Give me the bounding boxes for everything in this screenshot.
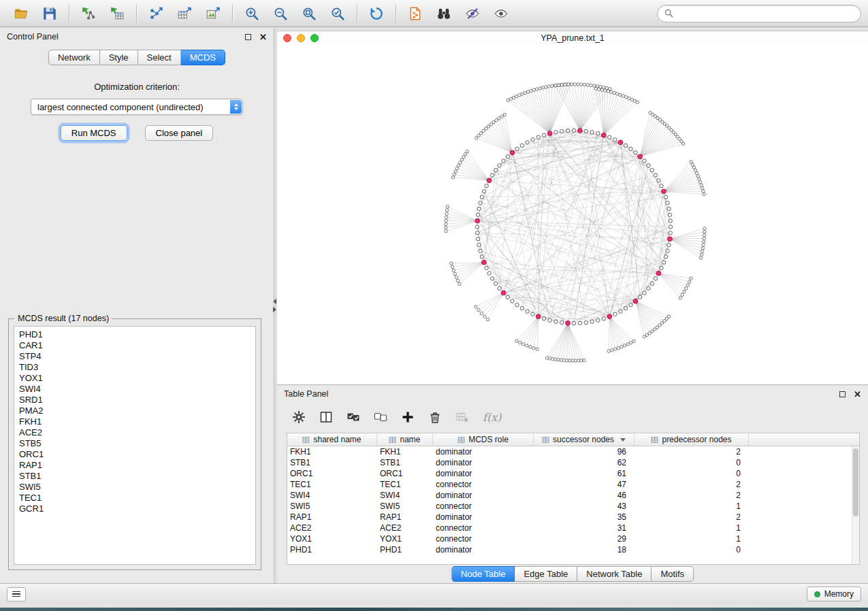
search-input[interactable] (677, 8, 854, 18)
search-field[interactable] (657, 5, 861, 22)
select-all-button[interactable] (347, 410, 360, 424)
criterion-dropdown[interactable]: largest connected component (undirected) (31, 99, 243, 115)
import-network-button[interactable] (74, 3, 103, 24)
add-column-button[interactable] (401, 410, 415, 424)
deselect-all-button[interactable] (374, 410, 387, 424)
table-tab-network-table[interactable]: Network Table (577, 566, 652, 582)
zoom-in-button[interactable] (238, 3, 266, 24)
import-table-icon (110, 6, 125, 21)
column-header-successor-nodes[interactable]: successor nodes (534, 433, 634, 446)
result-node[interactable]: SWI4 (14, 384, 255, 395)
table-row[interactable]: PHD1PHD1dominator180 (287, 544, 852, 555)
table-panel: Table Panel ✕ (277, 384, 868, 587)
table-cell: ORC1 (287, 469, 377, 478)
apply-layout-button[interactable] (362, 3, 391, 24)
table-header-row: shared namenameMCDS rolesuccessor nodesp… (287, 433, 859, 446)
close-table-panel-icon[interactable]: ✕ (854, 390, 861, 399)
zoom-selected-button[interactable] (323, 3, 352, 24)
table-row[interactable]: STB1STB1dominator620 (287, 457, 852, 468)
column-header-icon (542, 436, 549, 444)
mcds-result-list[interactable]: PHD1CAR1STP4TID3YOX1SWI4SRD1PMA2FKH1ACE2… (14, 326, 256, 565)
table-row[interactable]: SWI4SWI4dominator462 (287, 490, 852, 501)
table-row[interactable]: RAP1RAP1dominator352 (287, 512, 852, 523)
run-mcds-button[interactable]: Run MCDS (61, 125, 127, 141)
toolbar-separator (69, 5, 69, 22)
hide-graphics-button[interactable] (458, 3, 487, 24)
result-node[interactable]: PHD1 (14, 329, 255, 340)
result-node[interactable]: SWI5 (14, 482, 255, 493)
table-cell: PHD1 (287, 545, 377, 555)
open-session-button[interactable] (7, 3, 35, 24)
network-titlebar[interactable]: YPA_prune.txt_1 (277, 31, 868, 45)
export-table-button[interactable] (170, 3, 199, 24)
zoom-out-button[interactable] (266, 3, 295, 24)
table-row[interactable]: ORC1ORC1dominator610 (287, 468, 852, 479)
result-node[interactable]: RAP1 (14, 460, 255, 471)
table-tab-edge-table[interactable]: Edge Table (515, 566, 577, 582)
delete-table-button-disabled[interactable] (455, 410, 469, 424)
save-session-button[interactable] (35, 3, 64, 24)
table-cell: FKH1 (377, 447, 433, 457)
tab-select[interactable]: Select (138, 50, 181, 65)
result-node[interactable]: STP4 (14, 351, 255, 362)
find-button[interactable] (430, 3, 458, 24)
export-image-button[interactable] (199, 3, 227, 24)
result-node[interactable]: TID3 (14, 362, 255, 373)
table-row[interactable]: TEC1TEC1connector472 (287, 479, 852, 490)
show-graphics-button[interactable] (487, 3, 515, 24)
result-node[interactable]: YOX1 (14, 373, 255, 384)
tab-mcds[interactable]: MCDS (181, 50, 225, 65)
scrollbar-thumb[interactable] (853, 448, 858, 516)
status-bar: Memory (0, 583, 868, 604)
window-minimize-icon[interactable] (297, 34, 305, 42)
table-tab-motifs[interactable]: Motifs (652, 566, 694, 582)
import-table-button[interactable] (103, 3, 131, 24)
result-node[interactable]: TEC1 (14, 493, 255, 503)
column-header-icon (302, 436, 310, 444)
column-header-shared-name[interactable]: shared name (287, 433, 377, 446)
zoom-fit-button[interactable] (295, 3, 323, 24)
result-node[interactable]: CAR1 (14, 340, 255, 351)
delete-column-button[interactable] (428, 410, 442, 424)
close-panel-button[interactable]: Close panel (145, 125, 214, 141)
table-settings-button[interactable] (292, 410, 306, 424)
tab-network[interactable]: Network (48, 50, 100, 65)
network-graph[interactable] (277, 45, 868, 384)
table-cell: 47 (534, 480, 634, 489)
result-node[interactable]: PMA2 (14, 406, 255, 416)
show-columns-button[interactable] (319, 410, 333, 424)
table-row[interactable]: YOX1YOX1connector291 (287, 533, 852, 544)
annotation-button[interactable] (401, 3, 430, 24)
column-header-predecessor-nodes[interactable]: predecessor nodes (634, 433, 749, 446)
table-tabs: Node TableEdge TableNetwork TableMotifs (277, 566, 868, 582)
result-node[interactable]: ORC1 (14, 449, 255, 460)
column-header-MCDS-role[interactable]: MCDS role (433, 433, 534, 446)
table-tab-node-table[interactable]: Node Table (451, 566, 515, 582)
gear-icon (292, 410, 306, 424)
memory-button[interactable]: Memory (807, 587, 861, 601)
tab-style[interactable]: Style (100, 50, 138, 65)
export-network-button[interactable] (142, 3, 170, 24)
window-close-icon[interactable] (283, 34, 291, 42)
float-table-panel-icon[interactable] (839, 391, 846, 397)
table-row[interactable]: FKH1FKH1dominator962 (287, 446, 852, 457)
column-header-name[interactable]: name (377, 433, 433, 446)
table-scrollbar[interactable] (852, 446, 859, 564)
close-panel-icon[interactable]: ✕ (259, 33, 267, 42)
result-node[interactable]: ACE2 (14, 427, 255, 438)
table-row[interactable]: ACE2ACE2connector311 (287, 523, 852, 533)
toolbar-separator (396, 5, 396, 22)
panel-menu-button[interactable] (7, 587, 26, 601)
network-canvas[interactable] (277, 45, 868, 384)
function-builder-button[interactable]: f(x) (483, 411, 501, 424)
result-node[interactable]: STB5 (14, 438, 255, 449)
result-node[interactable]: GCR1 (14, 503, 255, 514)
criterion-selected-value: largest connected component (undirected) (37, 102, 204, 112)
result-node[interactable]: SRD1 (14, 395, 255, 406)
table-row[interactable]: SWI5SWI5connector431 (287, 501, 852, 512)
result-node[interactable]: STB1 (14, 471, 255, 482)
table-cell: ACE2 (287, 523, 377, 533)
window-maximize-icon[interactable] (310, 34, 319, 42)
float-panel-icon[interactable] (245, 34, 251, 40)
result-node[interactable]: FKH1 (14, 416, 255, 427)
